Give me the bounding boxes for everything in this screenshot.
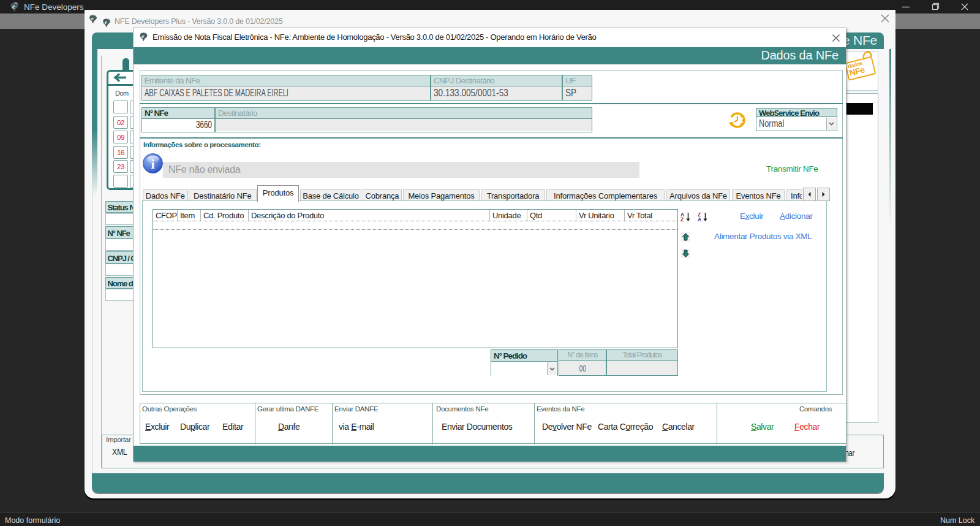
- svg-text:e: e: [105, 19, 107, 25]
- svg-text:e: e: [91, 15, 94, 21]
- svg-text:A: A: [698, 216, 701, 222]
- svg-text:e: e: [141, 33, 144, 39]
- svg-text:Z: Z: [680, 216, 684, 222]
